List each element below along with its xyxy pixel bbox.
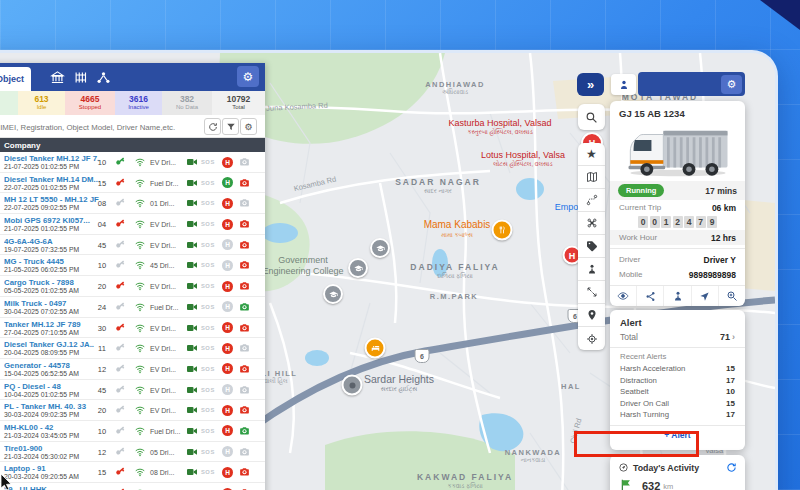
map-tool-expand-icon[interactable] — [578, 281, 605, 304]
college-marker[interactable] — [370, 238, 390, 258]
network-icon[interactable] — [96, 70, 111, 85]
list-header[interactable]: Company — [0, 138, 265, 152]
vehicle-list-item[interactable]: 4G-6A-4G-6A19-07-2025 07:32:55 PM45EV Dr… — [0, 235, 265, 256]
lodging-marker[interactable] — [365, 338, 386, 359]
immobilizer-icon[interactable]: H — [222, 301, 233, 312]
refresh-icon[interactable] — [204, 118, 221, 135]
action-share-icon[interactable] — [637, 286, 664, 306]
map-search-button[interactable] — [578, 104, 605, 130]
video-camera-icon[interactable] — [186, 322, 198, 334]
vehicle-list-item[interactable]: 59 - UI-HHK19-03-2024 04:09:00 AM1409 Dr… — [0, 483, 265, 490]
vehicle-list-item[interactable]: MG - Truck 444521-05-2025 06:02:55 PM104… — [0, 255, 265, 276]
video-camera-icon[interactable] — [186, 301, 198, 313]
video-camera-icon[interactable] — [186, 177, 198, 189]
immobilizer-icon[interactable]: H — [222, 260, 233, 271]
immobilizer-icon[interactable]: H — [222, 198, 233, 209]
vehicle-select-button[interactable] — [611, 74, 636, 95]
immobilizer-icon[interactable]: H — [222, 281, 233, 292]
map-tool-drone-view-icon[interactable] — [578, 212, 605, 235]
alert-row-harsh-acceleration[interactable]: Harsh Acceleration15 — [610, 363, 745, 375]
video-camera-icon[interactable] — [186, 466, 198, 478]
restaurant-marker[interactable] — [492, 220, 513, 241]
map-tool-street-view-person-icon[interactable] — [578, 258, 605, 281]
stat-idle[interactable]: 613Idle — [18, 91, 65, 115]
vehicle-list-item[interactable]: PL - Tanker MH. 40. 3330-03-2024 09:02:3… — [0, 400, 265, 421]
camera-icon[interactable] — [239, 363, 251, 375]
bank-icon[interactable] — [50, 70, 65, 85]
action-zoom-in-icon[interactable] — [719, 286, 745, 306]
refresh-icon[interactable] — [726, 462, 737, 473]
vehicle-list-item[interactable]: Generator - 4457815-04-2025 06:52:55 AM1… — [0, 359, 265, 380]
college-marker[interactable] — [348, 258, 368, 278]
video-camera-icon[interactable] — [186, 280, 198, 292]
search-settings-icon[interactable]: ⚙ — [240, 118, 257, 135]
alert-row-driver-on-call[interactable]: Driver On Call15 — [610, 398, 745, 410]
vehicle-list-item[interactable]: PQ - Diesel - 4810-04-2025 01:02:55 PM45… — [0, 380, 265, 401]
camera-icon[interactable] — [239, 404, 251, 416]
video-camera-icon[interactable] — [186, 404, 198, 416]
sardar-heights-marker[interactable] — [342, 375, 363, 396]
panel-settings-gear-icon[interactable]: ⚙ — [721, 75, 742, 94]
vehicle-list-item[interactable]: Diesel Tanker MH.14 DM...22-07-2025 01:0… — [0, 173, 265, 194]
tab-object[interactable]: Object — [0, 67, 31, 91]
action-person-pin-icon[interactable] — [664, 286, 691, 306]
camera-icon[interactable] — [239, 218, 251, 230]
alert-row-harsh-turning[interactable]: Harsh Turning17 — [610, 409, 745, 421]
video-camera-icon[interactable] — [186, 363, 198, 375]
camera-icon[interactable] — [239, 239, 251, 251]
immobilizer-icon[interactable]: H — [222, 363, 233, 374]
camera-icon[interactable] — [239, 259, 251, 271]
college-marker[interactable] — [323, 284, 343, 304]
map-tool-map-type-icon[interactable] — [578, 166, 605, 189]
map-tool-route-icon[interactable] — [578, 189, 605, 212]
camera-icon[interactable] — [239, 425, 251, 437]
stat-stopped[interactable]: 4665Stopped — [65, 91, 115, 115]
vehicle-list-item[interactable]: Mobi GPS 6972 KI057...21-07-2025 01:02:5… — [0, 214, 265, 235]
camera-icon[interactable] — [239, 384, 251, 396]
map-tool-favorites-star-icon[interactable]: ★ — [578, 143, 605, 166]
collapse-panel-button[interactable]: » — [577, 73, 604, 96]
immobilizer-icon[interactable]: H — [222, 425, 233, 436]
camera-icon[interactable] — [239, 280, 251, 292]
immobilizer-icon[interactable]: H — [222, 219, 233, 230]
vehicle-list-item[interactable]: Milk Truck - 049730-04-2025 07:02:55 AM2… — [0, 297, 265, 318]
camera-icon[interactable] — [239, 446, 251, 458]
immobilizer-icon[interactable]: H — [222, 177, 233, 188]
camera-icon[interactable] — [239, 177, 251, 189]
grid-icon[interactable] — [73, 70, 88, 85]
vehicle-list-item[interactable]: MH 12 LT 5550 - MH.12 JF 7...22-07-2025 … — [0, 193, 265, 214]
camera-icon[interactable] — [239, 197, 251, 209]
immobilizer-icon[interactable]: H — [222, 405, 233, 416]
video-camera-icon[interactable] — [186, 425, 198, 437]
map-tool-label-tag-icon[interactable] — [578, 235, 605, 258]
add-alert-button[interactable]: + Alert — [610, 425, 745, 440]
video-camera-icon[interactable] — [186, 197, 198, 209]
immobilizer-icon[interactable]: H — [222, 157, 233, 168]
video-camera-icon[interactable] — [186, 384, 198, 396]
vehicle-list-item[interactable]: Diesel Tanker MH.12 JF 7...21-07-2025 01… — [0, 152, 265, 173]
camera-icon[interactable] — [239, 301, 251, 313]
filter-icon[interactable] — [222, 118, 239, 135]
stat-no-data[interactable]: 382No Data — [162, 91, 212, 115]
vehicle-list-item[interactable]: Diesel Tanker GJ.12 JA..20-04-2025 08:09… — [0, 338, 265, 359]
camera-icon[interactable] — [239, 342, 251, 354]
stat-inactive[interactable]: 3616Inactive — [115, 91, 162, 115]
map-tool-poi-pin-icon[interactable] — [578, 304, 605, 327]
action-eye-icon[interactable] — [610, 286, 637, 306]
vehicle-list-item[interactable]: MH-KL00 - 4221-03-2024 03:45:05 PM10Fuel… — [0, 421, 265, 442]
immobilizer-icon[interactable]: H — [222, 343, 233, 354]
camera-icon[interactable] — [239, 322, 251, 334]
video-camera-icon[interactable] — [186, 342, 198, 354]
vehicle-select-bar[interactable]: ⚙ — [638, 72, 745, 96]
immobilizer-icon[interactable]: H — [222, 467, 233, 478]
search-input[interactable] — [0, 118, 204, 136]
camera-icon[interactable] — [239, 466, 251, 478]
alert-total-row[interactable]: Total 71› — [610, 330, 745, 348]
immobilizer-icon[interactable]: H — [222, 239, 233, 250]
immobilizer-icon[interactable]: H — [222, 322, 233, 333]
video-camera-icon[interactable] — [186, 239, 198, 251]
video-camera-icon[interactable] — [186, 446, 198, 458]
map-tool-my-location-icon[interactable] — [578, 327, 605, 350]
video-camera-icon[interactable] — [186, 218, 198, 230]
action-navigate-icon[interactable] — [692, 286, 719, 306]
